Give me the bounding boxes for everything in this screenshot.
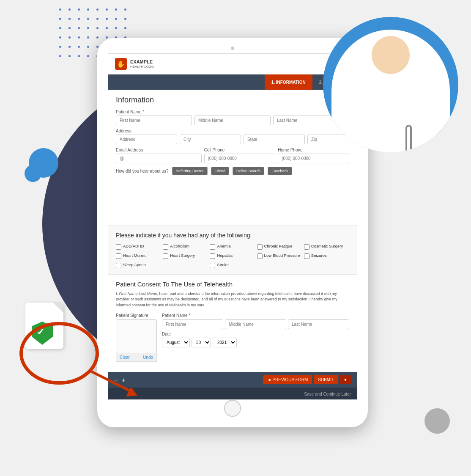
undo-button[interactable]: Undo: [143, 355, 153, 360]
hearing-label: How did you hear about us?: [116, 169, 169, 173]
hearing-btn-online[interactable]: Online Search: [233, 167, 264, 175]
conditions-section: Please indicate if you have had any of t…: [108, 226, 357, 275]
zoom-controls: − +: [114, 377, 125, 383]
patient-name-fields: [116, 116, 349, 125]
doctor-circle: [323, 17, 458, 152]
day-select[interactable]: 30: [192, 338, 211, 347]
home-phone-input[interactable]: [278, 154, 349, 163]
condition-anemia[interactable]: Anemia: [210, 244, 255, 250]
consent-middle-name[interactable]: [225, 319, 286, 329]
form-body: Information Patient Name * Address: [108, 90, 357, 226]
doctor-head: [372, 36, 410, 74]
hearing-btn-friend[interactable]: Friend: [211, 167, 230, 175]
consent-section: Patient Consent To The Use of Telehealth…: [108, 275, 357, 372]
bottom-bar: − + ◄ PREVIOUS FORM SUBMIT ▼: [108, 372, 357, 388]
checkbox-anemia[interactable]: [210, 244, 215, 250]
middle-name-input[interactable]: [194, 116, 271, 125]
address-fields: [116, 135, 349, 144]
step-tab-information[interactable]: 1. INFORMATION: [265, 74, 312, 90]
address-input[interactable]: [116, 135, 177, 144]
previous-form-button[interactable]: ◄ PREVIOUS FORM: [263, 375, 312, 384]
stethoscope-decoration: [405, 125, 412, 152]
condition-add-adhd[interactable]: ADD/ADHD: [116, 244, 161, 250]
date-label: Date: [162, 332, 349, 336]
signature-pad[interactable]: [116, 319, 157, 353]
condition-stroke[interactable]: Stroke: [210, 262, 255, 268]
condition-hepatitis[interactable]: Hepatitis: [210, 253, 255, 259]
logo-area: ✋ EXAMPLE HEALTH LOGO: [115, 58, 154, 70]
consent-name-label: Patient Name *: [162, 313, 349, 318]
signature-area: Patient Signature Clear Undo Patient Nam…: [116, 313, 349, 362]
hearing-btn-referring[interactable]: Referring Doctor: [172, 167, 208, 175]
tablet-home-button[interactable]: [224, 400, 241, 417]
clear-button[interactable]: Clear: [120, 355, 130, 360]
save-later-text[interactable]: Save and Continue Later: [304, 392, 351, 396]
checkbox-low-blood-pressure[interactable]: [257, 253, 263, 259]
checkbox-chronic-fatigue[interactable]: [257, 244, 263, 250]
state-input[interactable]: [244, 135, 305, 144]
form-section-title: Information: [116, 96, 349, 105]
conditions-grid: ADD/ADHD Alcoholism Anemia Chronic Fatig…: [116, 244, 349, 268]
email-label: Email Address: [116, 148, 202, 152]
year-select[interactable]: 2021: [213, 338, 237, 347]
consent-first-name[interactable]: [162, 319, 223, 329]
condition-sleep-apnea[interactable]: Sleep Apnea: [116, 262, 161, 268]
hearing-row: How did you hear about us? Referring Doc…: [116, 167, 349, 175]
checkbox-stroke[interactable]: [210, 263, 215, 268]
signature-actions: Clear Undo: [116, 353, 157, 362]
checkbox-cosmetic-surgery[interactable]: [304, 244, 309, 250]
checkbox-hepatitis[interactable]: [210, 253, 215, 259]
checkbox-heart-surgery[interactable]: [163, 253, 168, 259]
logo-text-block: EXAMPLE HEALTH LOGO: [130, 59, 154, 69]
doctor-coat: [344, 85, 437, 152]
consent-title: Patient Consent To The Use of Telehealth: [116, 281, 349, 288]
condition-empty3: [304, 262, 349, 268]
condition-empty2: [257, 262, 302, 268]
consent-name-fields: [162, 319, 349, 329]
checkbox-sleep-apnea[interactable]: [116, 263, 121, 268]
checkbox-alcoholism[interactable]: [163, 244, 168, 250]
zoom-plus[interactable]: +: [122, 377, 125, 383]
conditions-title: Please indicate if you have had any of t…: [116, 232, 349, 239]
condition-heart-murmur[interactable]: Heart Murmur: [116, 253, 161, 259]
checkbox-heart-murmur[interactable]: [116, 253, 121, 259]
city-input[interactable]: [180, 135, 241, 144]
address-row: Address: [116, 129, 349, 144]
gray-dot-decoration: [424, 408, 450, 434]
consent-name-area: Patient Name * Date August 3: [162, 313, 349, 362]
consent-text: I, First Name Last Name, have read and u…: [116, 291, 349, 308]
form-action-buttons: ◄ PREVIOUS FORM SUBMIT ▼: [263, 375, 351, 384]
hearing-btn-facebook[interactable]: Facebook: [268, 167, 292, 175]
month-select[interactable]: August: [162, 338, 190, 347]
condition-empty1: [163, 262, 208, 268]
condition-cosmetic-surgery[interactable]: Cosmetic Surgery: [304, 244, 349, 250]
cell-phone-label: Cell Phone: [204, 148, 276, 152]
condition-seizures[interactable]: Seizures: [304, 253, 349, 259]
logo-sub: HEALTH LOGO: [130, 65, 154, 69]
submit-button[interactable]: SUBMIT: [314, 375, 338, 384]
patient-name-row: Patient Name *: [116, 110, 349, 125]
condition-heart-surgery[interactable]: Heart Surgery: [163, 253, 208, 259]
shield-check-icon: [32, 322, 53, 345]
contact-labels-row: Email Address Cell Phone Home Phone: [116, 148, 349, 163]
checkbox-seizures[interactable]: [304, 253, 309, 259]
condition-chronic-fatigue[interactable]: Chronic Fatigue: [257, 244, 302, 250]
address-label: Address: [116, 129, 349, 133]
condition-alcoholism[interactable]: Alcoholism: [163, 244, 208, 250]
document-shield-icon: [25, 303, 76, 358]
email-input[interactable]: [116, 154, 202, 163]
first-name-input[interactable]: [116, 116, 192, 125]
app-container: ✋ EXAMPLE HEALTH LOGO Sam... 1. INFORMAT…: [108, 53, 357, 400]
cell-phone-input[interactable]: [204, 154, 276, 163]
app-header: ✋ EXAMPLE HEALTH LOGO Sam...: [108, 54, 357, 74]
document-icon: [25, 303, 63, 349]
consent-last-name[interactable]: [288, 319, 349, 329]
steps-navigation: 1. INFORMATION 2. UPLOAD: [108, 74, 357, 90]
condition-low-blood-pressure[interactable]: Low Blood Pressure: [257, 253, 302, 259]
checkbox-add-adhd[interactable]: [116, 244, 121, 250]
date-row: August 30 2021: [162, 338, 349, 347]
submit-arrow-button[interactable]: ▼: [340, 375, 351, 384]
patient-name-label: Patient Name *: [116, 110, 349, 114]
zoom-minus[interactable]: −: [114, 377, 118, 383]
logo-name: EXAMPLE: [130, 59, 154, 65]
